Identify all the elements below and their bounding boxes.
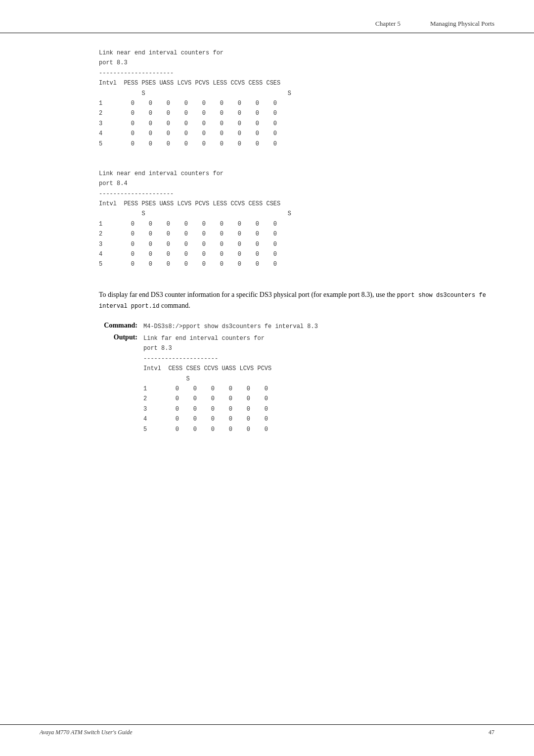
command-label: Command: — [99, 322, 143, 330]
page-footer: Avaya M770 ATM Switch User's Guide 47 — [0, 724, 534, 736]
footer-page-number: 47 — [489, 729, 494, 736]
prose-text-before: To display far end DS3 counter informati… — [99, 291, 397, 298]
footer-left-text: Avaya M770 ATM Switch User's Guide — [40, 729, 133, 736]
output-label: Output: — [99, 333, 143, 341]
command-output-block: Command: M4-DS3s8:/>pport show ds3counte… — [99, 322, 494, 434]
chapter-title: Managing Physical Ports — [430, 20, 494, 28]
output-content: Link far end interval counters for port … — [143, 333, 271, 434]
section-port84-near: Link near end interval counters for port… — [99, 169, 494, 270]
page-container: Chapter 5 Managing Physical Ports Link n… — [0, 0, 534, 756]
section-port83-near: Link near end interval counters for port… — [99, 48, 494, 149]
port83-near-block: Link near end interval counters for port… — [99, 48, 494, 149]
command-value: M4-DS3s8:/>pport show ds3counters fe int… — [143, 322, 318, 331]
output-row: Output: Link far end interval counters f… — [99, 333, 494, 434]
main-content: Link near end interval counters for port… — [0, 48, 534, 434]
chapter-label: Chapter 5 — [375, 20, 400, 28]
prose-paragraph: To display far end DS3 counter informati… — [99, 289, 494, 312]
command-row: Command: M4-DS3s8:/>pport show ds3counte… — [99, 322, 494, 331]
prose-text-after: command. — [159, 302, 190, 309]
chapter-header: Chapter 5 Managing Physical Ports — [0, 0, 534, 33]
port84-near-block: Link near end interval counters for port… — [99, 169, 494, 270]
